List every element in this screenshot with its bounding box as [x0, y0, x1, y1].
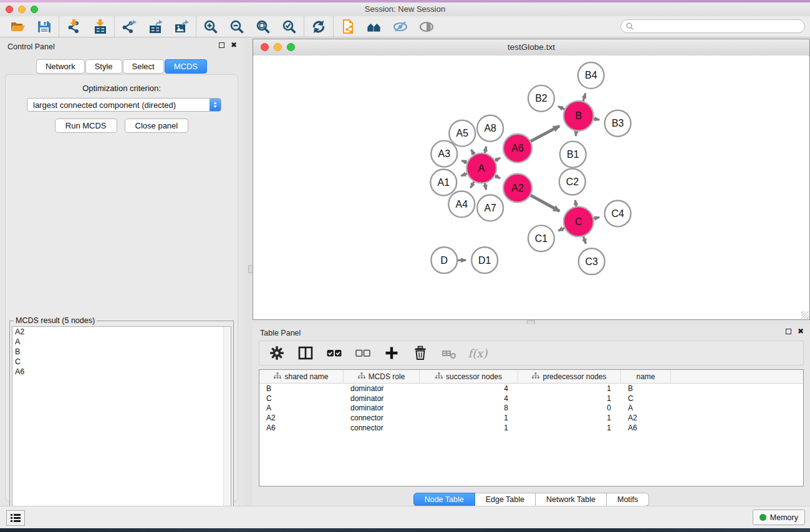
- edge-A-A5[interactable]: [471, 150, 475, 155]
- edge-B-B4[interactable]: [583, 94, 586, 102]
- node-D[interactable]: D: [431, 247, 457, 273]
- edge-A-A6[interactable]: [494, 158, 500, 161]
- zoom-fit-icon[interactable]: [255, 19, 271, 35]
- home-icon[interactable]: [366, 19, 382, 35]
- edge-C-C4[interactable]: [593, 217, 599, 218]
- edge-B-B2[interactable]: [558, 106, 565, 109]
- edge-A-A7[interactable]: [485, 183, 486, 190]
- edge-C-C2[interactable]: [575, 200, 576, 207]
- node-C4[interactable]: C4: [605, 200, 631, 226]
- network-graph[interactable]: AA1A2A3A4A5A6A7A8BB1B2B3B4CC1C2C3C4DD1: [254, 56, 809, 319]
- node-A4[interactable]: A4: [448, 191, 475, 217]
- node-C1[interactable]: C1: [528, 225, 554, 251]
- node-B1[interactable]: B1: [560, 142, 586, 168]
- add-column-icon[interactable]: [384, 346, 399, 360]
- deselect-all-checks-icon[interactable]: [355, 346, 370, 360]
- column-header-shared-name[interactable]: shared name: [259, 370, 344, 383]
- table-close-panel-icon[interactable]: ✖: [798, 329, 804, 334]
- network-window-titlebar[interactable]: testGlobe.txt: [253, 39, 809, 56]
- mcds-result-item[interactable]: A: [12, 337, 231, 347]
- zoom-out-icon[interactable]: [229, 19, 245, 35]
- refresh-icon[interactable]: [311, 19, 327, 35]
- node-A[interactable]: A: [466, 153, 496, 183]
- tab-mcds[interactable]: MCDS: [165, 59, 207, 74]
- tab-node-table[interactable]: Node Table: [413, 493, 475, 506]
- close-panel-icon[interactable]: ✖: [231, 42, 237, 48]
- table-row[interactable]: Adominator80A: [259, 403, 803, 413]
- import-table-icon[interactable]: [92, 19, 108, 35]
- mcds-scrollbar[interactable]: [223, 327, 231, 532]
- edge-C-C1[interactable]: [558, 228, 565, 231]
- node-C[interactable]: C: [564, 206, 594, 236]
- edge-A-A2[interactable]: [494, 175, 500, 178]
- node-table[interactable]: shared nameMCDS rolesuccessor nodesprede…: [259, 369, 804, 486]
- mcds-result-item[interactable]: C: [12, 357, 231, 367]
- import-network-icon[interactable]: [65, 19, 82, 35]
- tab-edge-table[interactable]: Edge Table: [475, 493, 536, 506]
- close-panel-button[interactable]: Close panel: [125, 118, 189, 133]
- optimization-dropdown[interactable]: largest connected component (directed) ▲…: [27, 98, 221, 112]
- float-panel-icon[interactable]: [219, 42, 224, 48]
- edge-B-B1[interactable]: [576, 130, 576, 136]
- node-A8[interactable]: A8: [477, 115, 503, 142]
- mcds-result-list[interactable]: A2ABCA6: [12, 326, 231, 532]
- zoom-in-icon[interactable]: [203, 19, 219, 35]
- tab-style[interactable]: Style: [85, 59, 122, 74]
- run-mcds-button[interactable]: Run MCDS: [55, 118, 117, 133]
- task-history-button[interactable]: [6, 510, 25, 526]
- edge-A2-C[interactable]: [530, 195, 559, 211]
- tab-select[interactable]: Select: [123, 59, 164, 74]
- mcds-result-item[interactable]: B: [12, 347, 231, 357]
- delete-column-icon[interactable]: [413, 346, 428, 360]
- node-A6[interactable]: A6: [503, 134, 532, 163]
- table-row[interactable]: Bdominator41B: [259, 384, 803, 394]
- table-float-panel-icon[interactable]: [786, 329, 791, 334]
- node-A3[interactable]: A3: [431, 141, 457, 167]
- hide-network-icon[interactable]: [392, 19, 408, 35]
- node-C2[interactable]: C2: [559, 169, 586, 195]
- tab-network-table[interactable]: Network Table: [536, 493, 607, 506]
- delete-table-icon[interactable]: [441, 346, 456, 360]
- node-A2[interactable]: A2: [503, 174, 532, 203]
- edge-A-A1[interactable]: [461, 173, 467, 176]
- node-A7[interactable]: A7: [477, 195, 503, 221]
- node-C3[interactable]: C3: [579, 248, 605, 274]
- tab-motifs[interactable]: Motifs: [607, 493, 649, 506]
- table-row[interactable]: A6connector11A6: [259, 423, 803, 433]
- function-builder-icon[interactable]: f(x): [470, 346, 485, 360]
- node-B3[interactable]: B3: [605, 110, 631, 137]
- node-A1[interactable]: A1: [430, 170, 456, 196]
- search-box[interactable]: [620, 19, 805, 33]
- save-icon[interactable]: [36, 19, 52, 35]
- export-table-icon[interactable]: [147, 19, 163, 35]
- column-header-MCDS-role[interactable]: MCDS role: [344, 370, 420, 383]
- search-input[interactable]: [637, 21, 804, 31]
- edge-B-B3[interactable]: [593, 118, 599, 120]
- node-D1[interactable]: D1: [471, 247, 498, 273]
- tab-network[interactable]: Network: [36, 59, 85, 74]
- settings-icon[interactable]: [269, 346, 284, 360]
- table-row[interactable]: A2connector11A2: [259, 413, 803, 423]
- edge-C-C3[interactable]: [583, 236, 586, 244]
- edge-A6-B[interactable]: [530, 126, 559, 142]
- node-B2[interactable]: B2: [528, 85, 554, 112]
- mcds-result-item[interactable]: A6: [12, 367, 231, 377]
- network-from-selection-icon[interactable]: [340, 19, 356, 35]
- column-layout-icon[interactable]: [298, 346, 313, 360]
- network-canvas[interactable]: AA1A2A3A4A5A6A7A8BB1B2B3B4CC1C2C3C4DD1: [254, 56, 809, 319]
- node-B[interactable]: B: [564, 101, 594, 131]
- zoom-selected-icon[interactable]: [281, 19, 297, 35]
- edge-A-A4[interactable]: [471, 181, 475, 188]
- column-header-successor-nodes[interactable]: successor nodes: [420, 370, 518, 383]
- mcds-result-item[interactable]: A2: [12, 327, 231, 337]
- resize-handle-icon[interactable]: [801, 311, 809, 319]
- edge-A-A8[interactable]: [485, 147, 486, 153]
- column-header-name[interactable]: name: [621, 370, 671, 383]
- select-all-checks-icon[interactable]: [327, 346, 342, 360]
- edge-A-A3[interactable]: [461, 160, 468, 163]
- table-row[interactable]: Cdominator41C: [259, 394, 803, 404]
- export-image-icon[interactable]: [173, 19, 190, 35]
- node-B4[interactable]: B4: [578, 62, 604, 89]
- show-network-icon[interactable]: [418, 19, 435, 35]
- memory-button[interactable]: Memory: [753, 510, 805, 525]
